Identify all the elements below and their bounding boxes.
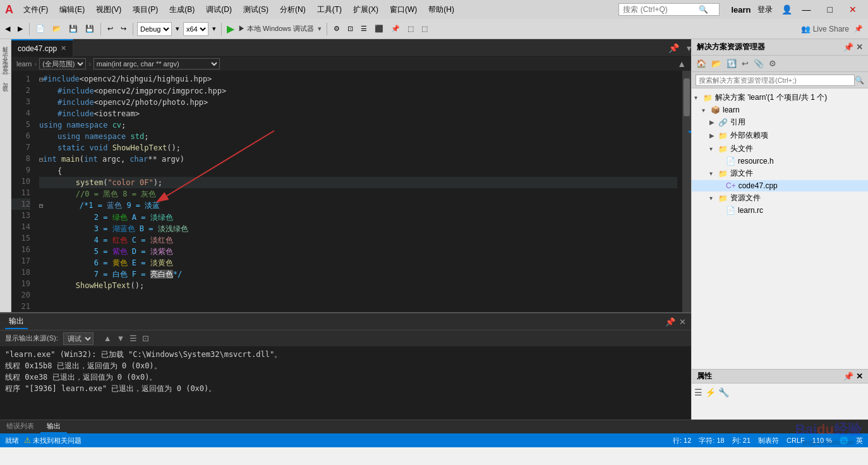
menu-tools[interactable]: 工具(T) bbox=[312, 3, 347, 16]
se-title: 解决方案资源管理器 bbox=[697, 42, 843, 52]
se-btn-2[interactable]: 📂 bbox=[709, 57, 723, 69]
search-input[interactable] bbox=[623, 5, 699, 14]
breadcrumb-scroll-up[interactable]: ▲ bbox=[677, 59, 686, 69]
learn-icon: 📦 bbox=[711, 106, 720, 114]
output-source-btn-2[interactable]: ▼ bbox=[117, 334, 125, 343]
title-search-box[interactable]: 🔍 bbox=[618, 3, 720, 16]
code-line-6: using namespace std; bbox=[39, 131, 677, 142]
code-line-12: system("color 0F"); bbox=[39, 177, 677, 188]
new-file-button[interactable]: 📄 bbox=[33, 23, 47, 34]
tab-close-icon[interactable]: ✕ bbox=[61, 44, 66, 52]
menu-file[interactable]: 文件(F) bbox=[18, 3, 53, 16]
solution-icon: 📁 bbox=[703, 94, 713, 102]
undo-button[interactable]: ↩ bbox=[105, 23, 116, 34]
back-button[interactable]: ◀ bbox=[3, 23, 13, 34]
scope-select[interactable]: (全局范围) bbox=[39, 58, 86, 69]
breadcrumb-file: learn bbox=[16, 60, 32, 68]
status-right: 行: 12 字符: 18 列: 21 制表符 CRLF 110 % 🌐 英 bbox=[673, 436, 863, 445]
se-btn-5[interactable]: 📎 bbox=[752, 57, 766, 69]
se-btn-3[interactable]: 🔃 bbox=[725, 57, 738, 69]
se-btn-6[interactable]: ⚙ bbox=[767, 57, 778, 69]
se-solution-root[interactable]: ▾ 📁 解决方案 'learn'(1 个项目/共 1 个) bbox=[692, 91, 868, 104]
toolbar-btn-9[interactable]: ⬛ bbox=[372, 23, 386, 34]
props-pin-icon[interactable]: 📌 bbox=[843, 371, 853, 381]
output-tab-2[interactable]: 输出 bbox=[40, 420, 67, 433]
title-actions: 登录 👤 — □ ✕ bbox=[757, 3, 863, 16]
se-header-files[interactable]: ▾ 📁 头文件 bbox=[692, 142, 868, 155]
toolbar-btn-7[interactable]: ⊡ bbox=[345, 23, 356, 34]
props-btn-2[interactable]: ⚡ bbox=[705, 387, 716, 397]
maximize-button[interactable]: □ bbox=[821, 3, 839, 16]
se-project-learn[interactable]: ▾ 📦 learn bbox=[692, 104, 868, 116]
menu-test[interactable]: 测试(S) bbox=[238, 3, 274, 16]
se-btn-1[interactable]: 🏠 bbox=[694, 57, 708, 69]
code-content[interactable]: ⊟#include<opencv2/highgui/highgui.hpp> #… bbox=[34, 71, 682, 312]
se-learn-rc[interactable]: 📄 learn.rc bbox=[692, 205, 868, 216]
code-line-5: using namespace cv; bbox=[39, 119, 677, 131]
solution-label: 解决方案 'learn'(1 个项目/共 1 个) bbox=[715, 92, 827, 103]
props-btn-1[interactable]: ☰ bbox=[694, 387, 702, 397]
menu-help[interactable]: 帮助(H) bbox=[423, 3, 459, 16]
run-button[interactable]: ▶ bbox=[227, 23, 234, 35]
toolbar-btn-8[interactable]: ☰ bbox=[358, 23, 370, 34]
code-area[interactable]: 1 2 3 4 5 6 7 8 9 10 11 12 13 bbox=[11, 71, 691, 312]
se-search-input[interactable] bbox=[696, 75, 855, 86]
se-pin-icon[interactable]: 📌 bbox=[843, 42, 853, 52]
minimize-button[interactable]: — bbox=[796, 3, 817, 16]
menu-analyze[interactable]: 分析(N) bbox=[275, 3, 311, 16]
center-row: 解 决 方 案 浏 览 器 加 载 code47.cpp bbox=[0, 39, 868, 420]
toolbar-btn-6[interactable]: ⚙ bbox=[331, 23, 342, 34]
config-select[interactable]: Debug bbox=[137, 22, 172, 36]
save-button[interactable]: 💾 bbox=[83, 23, 97, 34]
forward-button[interactable]: ▶ bbox=[15, 23, 25, 34]
menu-project[interactable]: 项目(P) bbox=[128, 3, 163, 16]
status-row: 行: 12 bbox=[673, 436, 691, 445]
se-source-files[interactable]: ▾ 📁 源文件 bbox=[692, 167, 868, 180]
output-source-select[interactable]: 调试 bbox=[63, 332, 93, 345]
symbol-select[interactable]: main(int argc, char ** argv) bbox=[93, 58, 220, 69]
toolbar-btn-12[interactable]: ⬚ bbox=[419, 23, 430, 34]
toolbar-btn-10[interactable]: 📌 bbox=[389, 23, 402, 34]
output-pin-button[interactable]: 📌 bbox=[665, 317, 675, 327]
output-source-btn-3[interactable]: ☰ bbox=[130, 334, 137, 343]
tab-pin-icon[interactable]: 📌 bbox=[663, 43, 684, 53]
menu-extensions[interactable]: 扩展(X) bbox=[348, 3, 383, 16]
output-close-button[interactable]: ✕ bbox=[679, 317, 686, 327]
se-code47-cpp[interactable]: C+ code47.cpp bbox=[692, 180, 868, 191]
ext-chevron: ▶ bbox=[709, 132, 716, 139]
menu-edit[interactable]: 编辑(E) bbox=[54, 3, 90, 16]
open-button[interactable]: 📂 bbox=[50, 23, 64, 34]
warning-icon: ⚠ bbox=[24, 436, 31, 445]
close-button[interactable]: ✕ bbox=[843, 3, 863, 16]
tab-overflow-button[interactable]: ▾ bbox=[687, 43, 691, 53]
menu-debug[interactable]: 调试(D) bbox=[201, 3, 237, 16]
se-references[interactable]: ▶ 🔗 引用 bbox=[692, 116, 868, 129]
login-button[interactable]: 登录 bbox=[757, 4, 773, 15]
platform-select[interactable]: x64 bbox=[183, 22, 208, 36]
props-close-icon[interactable]: ✕ bbox=[856, 371, 863, 381]
se-external-deps[interactable]: ▶ 📁 外部依赖项 bbox=[692, 129, 868, 142]
error-list-tab[interactable]: 错误列表 bbox=[0, 420, 40, 433]
se-resource-h[interactable]: 📄 resource.h bbox=[692, 155, 868, 167]
output-line-4: 程序 "[3936] learn.exe" 已退出，返回值为 0 (0x0)。 bbox=[5, 383, 686, 394]
se-resource-files[interactable]: ▾ 📁 资源文件 bbox=[692, 191, 868, 205]
status-tab: 制表符 bbox=[758, 436, 779, 445]
scroll-thumb[interactable] bbox=[684, 78, 690, 116]
output-tab-output[interactable]: 输出 bbox=[5, 315, 28, 329]
pin-right-button[interactable]: 📌 bbox=[852, 23, 865, 34]
editor-scrollbar[interactable] bbox=[682, 71, 691, 312]
active-tab[interactable]: code47.cpp ✕ bbox=[11, 39, 73, 57]
menu-view[interactable]: 视图(V) bbox=[91, 3, 126, 16]
liveshare-button[interactable]: 👥 Live Share bbox=[801, 25, 849, 33]
code-line-11: { bbox=[39, 166, 677, 177]
menu-window[interactable]: 窗口(W) bbox=[385, 3, 422, 16]
output-source-btn-1[interactable]: ▲ bbox=[104, 334, 112, 343]
se-close-icon[interactable]: ✕ bbox=[856, 42, 863, 52]
output-source-btn-4[interactable]: ⊡ bbox=[142, 334, 149, 343]
props-btn-3[interactable]: 🔧 bbox=[718, 387, 729, 397]
save-all-button[interactable]: 💾 bbox=[66, 23, 80, 34]
se-btn-4[interactable]: ↩ bbox=[740, 57, 750, 69]
toolbar-btn-11[interactable]: ⬚ bbox=[405, 23, 416, 34]
redo-button[interactable]: ↪ bbox=[118, 23, 129, 34]
menu-build[interactable]: 生成(B) bbox=[164, 3, 200, 16]
